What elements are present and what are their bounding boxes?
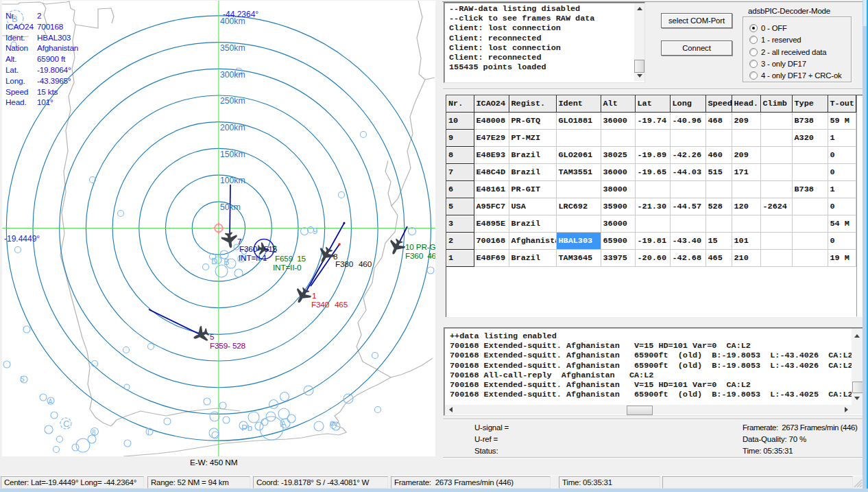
svg-text:350km: 350km — [220, 43, 245, 53]
svg-text:F359- 528: F359- 528 — [210, 341, 246, 351]
svg-text:Lat.: Lat. — [5, 65, 19, 75]
svg-text:1: 1 — [312, 291, 316, 301]
svg-text:F340: F340 — [311, 300, 330, 309]
svg-text:Nation: Nation — [5, 43, 28, 53]
svg-text:150km: 150km — [220, 150, 245, 159]
svg-text:200km: 200km — [220, 123, 245, 132]
svg-text:Pb: Pb — [241, 423, 252, 433]
svg-text:HBAL303: HBAL303 — [37, 33, 71, 43]
svg-text:C: C — [63, 419, 69, 429]
svg-text:-44.2364°: -44.2364° — [223, 10, 258, 19]
svg-text:-43.3965°: -43.3965° — [37, 76, 71, 86]
svg-text:D: D — [211, 256, 217, 266]
svg-text:A: A — [48, 398, 53, 406]
svg-text:Afghanistan: Afghanistan — [37, 43, 78, 53]
svg-text:Speed: Speed — [5, 87, 28, 97]
svg-text:S: S — [20, 375, 25, 383]
svg-text:10 PR-G: 10 PR-G — [405, 242, 435, 252]
svg-text:B: B — [224, 257, 230, 267]
svg-text:INT=II-1: INT=II-1 — [239, 253, 267, 263]
svg-text:250km: 250km — [220, 96, 245, 106]
svg-text:Nr.: Nr. — [5, 11, 15, 21]
svg-text:F360 46: F360 46 — [405, 251, 435, 261]
svg-text:101°: 101° — [37, 97, 53, 107]
svg-text:A: A — [280, 419, 287, 429]
svg-text:460: 460 — [359, 259, 372, 269]
svg-text:700168: 700168 — [37, 22, 64, 32]
svg-text:Long.: Long. — [5, 76, 25, 86]
svg-text:-19.4449°: -19.4449° — [4, 234, 40, 244]
svg-text:Head.: Head. — [5, 97, 26, 107]
svg-text:Alt.: Alt. — [5, 54, 16, 64]
svg-text:100km: 100km — [220, 176, 245, 185]
svg-text:INT=II-0: INT=II-0 — [273, 263, 302, 272]
svg-text:I: I — [147, 429, 149, 436]
svg-text:465: 465 — [335, 300, 348, 309]
svg-text:5: 5 — [210, 332, 215, 342]
svg-text:F659 15: F659 15 — [275, 254, 306, 263]
svg-text:8: 8 — [92, 429, 96, 436]
svg-text:65900 ft: 65900 ft — [37, 54, 66, 64]
svg-text:15 kts: 15 kts — [37, 87, 58, 97]
svg-text:9: 9 — [313, 226, 317, 236]
svg-text:2: 2 — [37, 11, 41, 21]
svg-text:F380: F380 — [335, 259, 354, 269]
svg-text:2: 2 — [272, 244, 277, 255]
svg-text:ICAO24: ICAO24 — [5, 22, 34, 32]
svg-text:50km: 50km — [220, 202, 241, 212]
svg-text:Ident.: Ident. — [5, 33, 25, 43]
svg-text:-19.8064°: -19.8064° — [37, 65, 71, 75]
svg-text:300km: 300km — [220, 70, 245, 80]
